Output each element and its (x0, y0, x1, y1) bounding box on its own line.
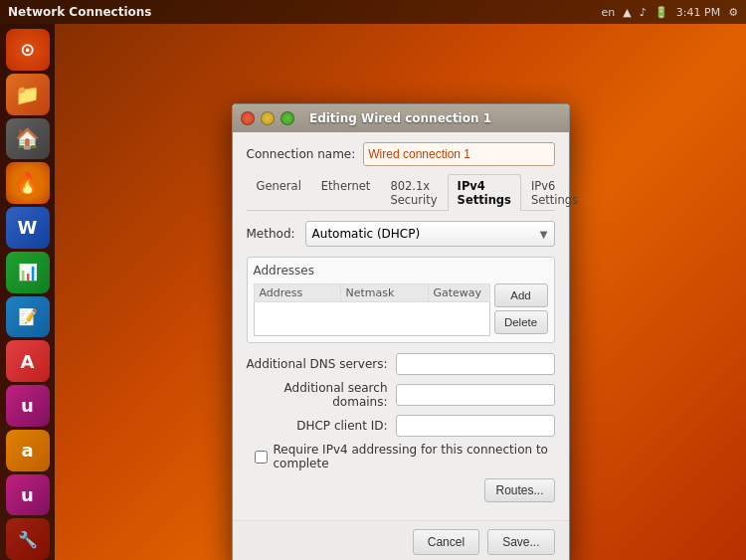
save-button[interactable]: Save... (487, 529, 554, 555)
dhcp-label: DHCP client ID: (247, 419, 396, 433)
minimize-button[interactable] (261, 111, 275, 125)
search-domains-input[interactable] (396, 384, 555, 406)
require-label: Require IPv4 addressing for this connect… (274, 443, 555, 470)
tools-icon: 🔧 (18, 530, 38, 549)
topbar-indicators: en ▲ ♪ 🔋 3:41 PM ⚙ (602, 6, 738, 19)
addr-header-row: Address Netmask Gateway (254, 283, 490, 302)
dialog-titlebar: Editing Wired connection 1 (233, 104, 569, 132)
require-checkbox-row: Require IPv4 addressing for this connect… (255, 443, 555, 470)
dialog-overlay: Editing Wired connection 1 Connection na… (55, 24, 746, 560)
dhcp-row: DHCP client ID: (247, 415, 555, 437)
sidebar-app-firefox[interactable]: 🔥 (6, 162, 50, 204)
method-row: Method: Automatic (DHCP) ▼ (247, 221, 555, 247)
dhcp-input[interactable] (396, 415, 555, 437)
sidebar-app-amazon[interactable]: a (6, 430, 50, 471)
addr-col-address: Address (254, 283, 341, 302)
dialog-window: Editing Wired connection 1 Connection na… (232, 103, 570, 560)
sidebar-app-files[interactable]: 📁 (6, 74, 50, 115)
power-icon: ⚙ (728, 6, 738, 19)
close-button[interactable] (241, 111, 255, 125)
sidebar: ⊙ 📁 🏠 🔥 W 📊 📝 A u a u 🔧 (0, 24, 55, 560)
delete-address-button[interactable]: Delete (494, 310, 548, 334)
addresses-title: Addresses (254, 264, 548, 278)
sidebar-app-tools[interactable]: 🔧 (6, 518, 50, 560)
routes-row: Routes... (247, 478, 555, 502)
sidebar-app-impress[interactable]: 📝 (6, 296, 50, 338)
text-editor-icon: A (21, 351, 35, 372)
keyboard-icon: en (602, 6, 616, 19)
addr-col-netmask: Netmask (341, 283, 429, 302)
addresses-section: Addresses Address Netmask Gateway Add De… (247, 257, 555, 343)
battery-icon: 🔋 (654, 6, 668, 19)
sidebar-app-text-editor[interactable]: A (6, 340, 50, 382)
search-domains-row: Additional search domains: (247, 381, 555, 409)
wifi-icon: ▲ (623, 6, 631, 19)
sound-icon: ♪ (640, 6, 647, 19)
tabs: General Ethernet 802.1x Security IPv4 Se… (247, 174, 555, 211)
topbar-title: Network Connections (8, 5, 152, 19)
tab-ipv4[interactable]: IPv4 Settings (448, 174, 521, 211)
connection-name-row: Connection name: (247, 142, 555, 166)
amazon-icon: a (21, 440, 33, 461)
addresses-buttons: Add Delete (494, 283, 548, 336)
sidebar-app-home[interactable]: 🏠 (6, 118, 50, 160)
add-address-button[interactable]: Add (494, 283, 548, 307)
require-checkbox[interactable] (255, 451, 268, 464)
connection-name-input[interactable] (363, 142, 554, 166)
tab-ipv6[interactable]: IPv6 Settings (521, 174, 588, 211)
writer-icon: W (18, 217, 38, 238)
tab-8021x[interactable]: 802.1x Security (380, 174, 447, 211)
method-select[interactable]: Automatic (DHCP) ▼ (305, 221, 555, 247)
unity-icon: u (21, 395, 34, 416)
tab-ethernet[interactable]: Ethernet (311, 174, 381, 211)
unity2-icon: u (21, 484, 34, 505)
dropdown-arrow-icon: ▼ (540, 229, 548, 240)
method-value: Automatic (DHCP) (312, 227, 421, 241)
addresses-list (254, 302, 490, 336)
clock: 3:41 PM (676, 6, 720, 19)
connection-name-label: Connection name: (247, 147, 356, 161)
topbar: Network Connections en ▲ ♪ 🔋 3:41 PM ⚙ (0, 0, 746, 24)
dialog-title: Editing Wired connection 1 (309, 111, 491, 125)
sidebar-app-ubuntu[interactable]: ⊙ (6, 29, 50, 71)
tab-general[interactable]: General (247, 174, 311, 211)
files-icon: 📁 (15, 83, 40, 106)
calc-icon: 📊 (18, 263, 38, 281)
cancel-button[interactable]: Cancel (413, 529, 479, 555)
sidebar-app-unity2[interactable]: u (6, 474, 50, 516)
dns-input[interactable] (396, 353, 555, 375)
dns-row: Additional DNS servers: (247, 353, 555, 375)
firefox-icon: 🔥 (15, 171, 40, 195)
ubuntu-icon: ⊙ (20, 39, 35, 60)
addr-col-gateway: Gateway (429, 283, 490, 302)
sidebar-app-calc[interactable]: 📊 (6, 252, 50, 293)
dns-label: Additional DNS servers: (247, 357, 396, 371)
dialog-footer: Cancel Save... Authenticate to save this… (233, 520, 569, 560)
impress-icon: 📝 (18, 307, 38, 326)
sidebar-app-writer[interactable]: W (6, 207, 50, 249)
sidebar-app-unity[interactable]: u (6, 385, 50, 427)
home-icon: 🏠 (15, 126, 40, 150)
search-label: Additional search domains: (247, 381, 396, 409)
routes-button[interactable]: Routes... (484, 478, 554, 502)
method-label: Method: (247, 227, 295, 241)
maximize-button[interactable] (280, 111, 294, 125)
dialog-content: Connection name: General Ethernet 802.1x… (233, 132, 569, 520)
